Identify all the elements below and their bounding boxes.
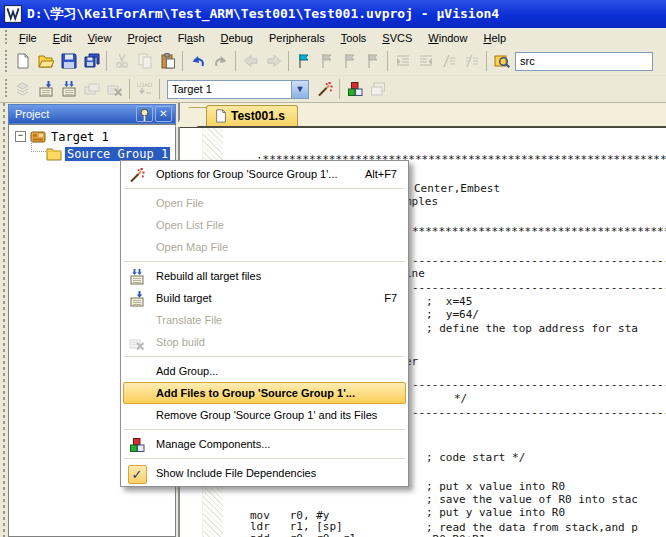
menu-debug[interactable]: Debug bbox=[213, 30, 261, 46]
redo-icon bbox=[209, 50, 232, 72]
clear-bookmarks-icon bbox=[361, 50, 384, 72]
undo-icon[interactable] bbox=[186, 50, 209, 72]
rebuild-icon bbox=[127, 268, 147, 286]
project-panel-header: Project ✕ bbox=[8, 104, 176, 124]
project-panel-title: Project bbox=[15, 108, 49, 120]
code-line: ----------------------------------------… bbox=[412, 281, 666, 294]
menu-item-rebuild-all-target-files[interactable]: Rebuild all target files bbox=[123, 265, 406, 287]
code-line: ----------------------------------------… bbox=[412, 378, 666, 391]
toolbar1-grip[interactable] bbox=[3, 50, 8, 72]
menu-item-remove-group-source-group-1-and-its-files[interactable]: Remove Group 'Source Group 1' and its Fi… bbox=[123, 404, 406, 426]
menu-item-label: Rebuild all target files bbox=[156, 270, 261, 282]
tree-label-source-group[interactable]: Source Group 1 bbox=[65, 147, 170, 161]
menu-item-add-group[interactable]: Add Group... bbox=[123, 360, 406, 382]
wand-icon bbox=[127, 166, 147, 184]
menu-file[interactable]: File bbox=[11, 30, 45, 46]
open-file-icon[interactable] bbox=[34, 50, 57, 72]
build-icon[interactable] bbox=[34, 78, 57, 100]
save-icon[interactable] bbox=[57, 50, 80, 72]
menu-item-build-target[interactable]: Build targetF7 bbox=[123, 287, 406, 309]
cut-icon bbox=[110, 50, 133, 72]
code-line: ; put x value into R0 bbox=[426, 480, 565, 493]
toolbar-separator bbox=[182, 51, 183, 71]
tab-test001[interactable]: Test001.s bbox=[206, 105, 298, 126]
target-select-value: Target 1 bbox=[172, 83, 212, 95]
next-bookmark-icon bbox=[315, 50, 338, 72]
menu-peripherals[interactable]: Peripherals bbox=[261, 30, 333, 46]
menu-svcs[interactable]: SVCS bbox=[374, 30, 420, 46]
document-tab-bar: Test001.s bbox=[180, 103, 666, 128]
uvision-logo-icon bbox=[4, 5, 22, 23]
folder-icon bbox=[46, 147, 62, 161]
toolbar-separator bbox=[387, 51, 388, 71]
menu-item-label: Show Include File Dependencies bbox=[156, 467, 316, 479]
menu-item-options-for-group-source-group-1[interactable]: Options for Group 'Source Group 1'...Alt… bbox=[123, 163, 406, 185]
uvision-window: D:\学习\KeilForArm\Test_ARM\Test001\Test00… bbox=[0, 0, 666, 537]
menu-shortcut: Alt+F7 bbox=[347, 168, 397, 180]
toolbar-build: LOAD Target 1 ▼ bbox=[0, 76, 666, 103]
menu-item-label: Build target bbox=[156, 292, 212, 304]
target-select[interactable]: Target 1 ▼ bbox=[167, 80, 309, 99]
menu-item-label: Open File bbox=[156, 197, 204, 209]
rebuild-icon[interactable] bbox=[57, 78, 80, 100]
panel-drag-grip[interactable] bbox=[0, 103, 8, 537]
code-line: add r0, r0, r1 bbox=[250, 532, 356, 537]
toolbar2-grip[interactable] bbox=[3, 79, 8, 100]
menu-item-label: Add Group... bbox=[156, 365, 218, 377]
comment-selection-icon bbox=[437, 50, 460, 72]
toolbar-separator bbox=[129, 79, 130, 99]
code-line: ----------------------------------------… bbox=[412, 406, 666, 419]
build-icon bbox=[127, 290, 147, 308]
menu-tools[interactable]: Tools bbox=[333, 30, 375, 46]
code-line: ****************************************… bbox=[412, 225, 666, 238]
menubar-grip[interactable] bbox=[3, 30, 8, 45]
code-line: ----------------------------------------… bbox=[412, 254, 666, 267]
menu-item-show-include-file-dependencies[interactable]: ✓Show Include File Dependencies bbox=[123, 462, 406, 484]
code-line: ; code start */ bbox=[426, 451, 525, 464]
manage-components-icon[interactable] bbox=[343, 78, 366, 100]
paste-icon[interactable] bbox=[156, 50, 179, 72]
tree-label-target1[interactable]: Target 1 bbox=[49, 130, 111, 144]
cubes-icon bbox=[127, 436, 147, 454]
translate-icon bbox=[11, 78, 34, 100]
chevron-down-icon[interactable]: ▼ bbox=[291, 81, 308, 98]
menu-flash[interactable]: Flash bbox=[170, 30, 213, 46]
tab-label: Test001.s bbox=[231, 109, 285, 123]
new-file-icon[interactable] bbox=[11, 50, 34, 72]
menu-project[interactable]: Project bbox=[119, 30, 169, 46]
prev-bookmark-icon bbox=[338, 50, 361, 72]
menu-view[interactable]: View bbox=[80, 30, 120, 46]
window-layout-icon bbox=[366, 78, 389, 100]
menu-item-open-map-file: Open Map File bbox=[123, 236, 406, 258]
copy-icon bbox=[133, 50, 156, 72]
menu-item-stop-build: Stop build bbox=[123, 331, 406, 353]
find-in-files-icon[interactable] bbox=[490, 50, 513, 72]
pin-icon[interactable] bbox=[136, 106, 153, 122]
menu-edit[interactable]: Edit bbox=[45, 30, 80, 46]
save-all-icon[interactable] bbox=[80, 50, 103, 72]
menu-item-label: Remove Group 'Source Group 1' and its Fi… bbox=[156, 409, 377, 421]
close-icon[interactable]: ✕ bbox=[155, 106, 172, 122]
collapse-toggle-icon[interactable]: − bbox=[15, 131, 26, 142]
menu-item-label: Stop build bbox=[156, 336, 205, 348]
toggle-bookmark-icon[interactable] bbox=[292, 50, 315, 72]
stop-build-icon bbox=[103, 78, 126, 100]
download-to-flash-icon: LOAD bbox=[133, 78, 156, 100]
menu-item-label: Translate File bbox=[156, 314, 222, 326]
search-combo[interactable]: src bbox=[515, 52, 653, 71]
unindent-icon bbox=[391, 50, 414, 72]
menu-item-label: Add Files to Group 'Source Group 1'... bbox=[156, 387, 355, 399]
menu-item-add-files-to-group-source-group-1[interactable]: Add Files to Group 'Source Group 1'... bbox=[123, 382, 406, 404]
menu-separator bbox=[124, 429, 405, 430]
options-for-target-icon[interactable] bbox=[313, 78, 336, 100]
search-combo-value: src bbox=[520, 55, 535, 67]
window-title: D:\学习\KeilForArm\Test_ARM\Test001\Test00… bbox=[27, 5, 499, 23]
navigate-back-icon bbox=[239, 50, 262, 72]
menu-help[interactable]: Help bbox=[475, 30, 514, 46]
menu-separator bbox=[124, 261, 405, 262]
code-line: ;R0=R0+R1 bbox=[426, 533, 486, 537]
menu-separator bbox=[124, 458, 405, 459]
menu-item-manage-components[interactable]: Manage Components... bbox=[123, 433, 406, 455]
batch-build-icon bbox=[80, 78, 103, 100]
menu-window[interactable]: Window bbox=[420, 30, 475, 46]
